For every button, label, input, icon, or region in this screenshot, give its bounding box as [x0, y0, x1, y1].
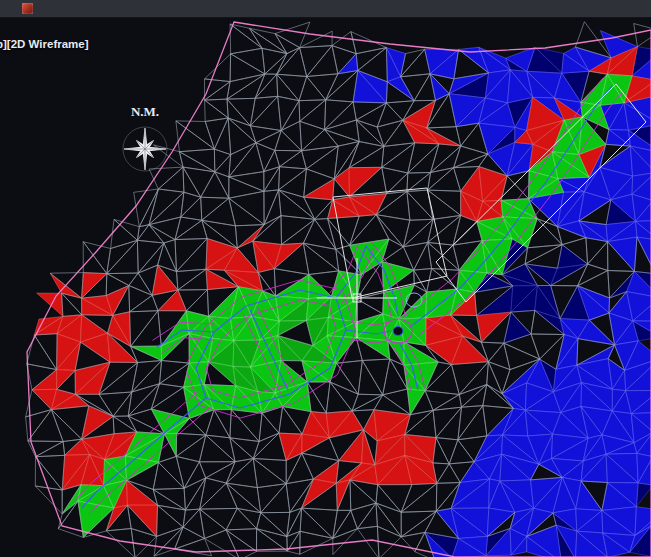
titlebar — [0, 0, 651, 18]
drawing-canvas[interactable]: N.M. — [0, 0, 651, 557]
autocad-window: N.M. p][2D Wireframe] — [0, 0, 651, 557]
north-label: N.M. — [131, 104, 159, 119]
viewport-controls[interactable]: p][2D Wireframe] — [0, 38, 89, 50]
north-arrow: N.M. — [123, 104, 167, 171]
app-icon[interactable] — [22, 3, 33, 14]
